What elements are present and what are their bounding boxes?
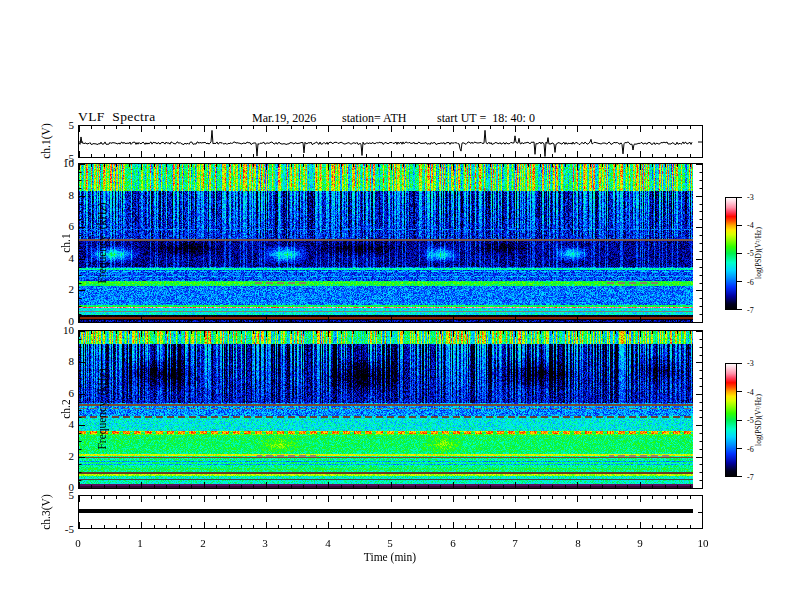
station-label: station= ATH [342,111,406,126]
xtick-8: 8 [566,537,590,549]
time-axis-label: Time (min) [340,551,440,563]
ch3v-ytick-5: 5 [50,489,74,501]
cb1-tick-neg5: -5 [747,249,754,258]
ch1-voltage-axis-label: ch.1(V) [40,111,52,171]
ch2-frequency-axis-line1: ch.2 [60,352,72,466]
page-title: VLF Spectra [78,109,156,125]
ch2-spectrogram-panel [78,330,703,489]
xtick-3: 3 [253,537,277,549]
ch1-spectrogram-canvas [79,164,702,322]
ch2-frequency-axis-line2: Frequency (kHz) [96,352,108,466]
xtick-5: 5 [378,537,402,549]
xtick-2: 2 [191,537,215,549]
ch3-waveform-canvas [79,496,702,528]
ch2-frequency-axis-label: ch.2 Frequency (kHz) [36,352,60,466]
xtick-10: 10 [691,537,715,549]
ch1-frequency-axis-label: ch.1 Frequency (kHz) [36,186,60,300]
cb1-tick-neg4: -4 [747,221,754,230]
ch1-spectrogram-panel [78,163,703,323]
ch1v-ytick-5: 5 [50,119,74,131]
ch3-voltage-axis-label: ch.3(V) [40,482,52,542]
xtick-0: 0 [66,537,90,549]
xtick-4: 4 [316,537,340,549]
spec2-ytick-10: 10 [50,324,74,336]
date-label: Mar.19, 2026 [252,111,316,126]
spec1-ytick-10: 10 [50,157,74,169]
cb2-tick-neg4: -4 [747,388,754,397]
cb1-tick-neg7: -7 [747,306,754,315]
cb2-tick-neg6: -6 [747,445,754,454]
cb1-tick-neg3: -3 [747,193,754,202]
cb2-tick-neg5: -5 [747,416,754,425]
cb2-axis-label: log(PSD)(V²/Hz) [754,378,764,462]
cb2-tick-neg7: -7 [747,473,754,482]
xtick-1: 1 [128,537,152,549]
ch1-waveform-panel [78,125,703,158]
start-ut-label: start UT = 18: 40: 0 [437,111,535,126]
ch3v-ytick-neg5: -5 [50,523,74,535]
ch2-colorbar [725,363,743,477]
ch2-spectrogram-canvas [79,331,702,488]
xtick-7: 7 [503,537,527,549]
cb2-tick-neg3: -3 [747,359,754,368]
ch1-frequency-axis-line2: Frequency (kHz) [96,186,108,300]
cb1-tick-neg6: -6 [747,278,754,287]
vlf-spectra-plot: VLF Spectra Mar.19, 2026 station= ATH st… [0,0,792,612]
ch1-waveform-canvas [79,126,702,157]
ch3-waveform-panel [78,495,703,529]
xtick-6: 6 [441,537,465,549]
ch1-frequency-axis-line1: ch.1 [60,186,72,300]
ch1-colorbar [725,197,743,310]
cb1-axis-label: log(PSD)(V²/Hz) [754,211,764,295]
xtick-9: 9 [628,537,652,549]
